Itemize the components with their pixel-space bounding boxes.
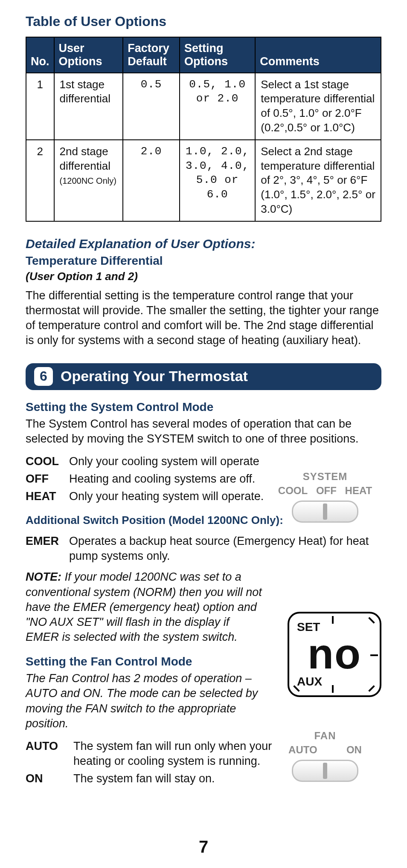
switch-label-on: ON <box>346 743 362 756</box>
cell-factory: 2.0 <box>123 140 180 221</box>
switch-label-off: OFF <box>316 484 337 497</box>
def: The system fan will stay on. <box>73 771 277 786</box>
lcd-digits: no <box>289 632 380 675</box>
note-label: NOTE: <box>26 570 61 583</box>
def: Only your cooling system will operate <box>69 454 265 469</box>
switch-label-heat: HEAT <box>345 484 372 497</box>
section-number: 6 <box>34 367 53 386</box>
list-item: EMER Operates a backup heat source (Emer… <box>26 534 381 564</box>
emer-list: EMER Operates a backup heat source (Emer… <box>26 534 381 564</box>
list-item: HEAT Only your heating system will opera… <box>26 489 265 504</box>
user-options-title: Table of User Options <box>26 13 381 31</box>
system-mode-heading: Setting the System Control Mode <box>26 399 381 415</box>
term: HEAT <box>26 489 62 504</box>
list-item: ON The system fan will stay on. <box>26 771 277 786</box>
switch-slider-icon <box>292 760 358 782</box>
temp-diff-body: The differential setting is the temperat… <box>26 288 381 348</box>
term: ON <box>26 771 67 786</box>
cell-comments: Select a 2nd stage temperature different… <box>255 140 381 221</box>
temp-diff-subnote: (User Option 1 and 2) <box>26 269 381 284</box>
switch-labels: COOL OFF HEAT <box>274 484 376 497</box>
cell-settings: 1.0, 2.0, 3.0, 4.0, 5.0 or 6.0 <box>180 140 255 221</box>
cell-settings: 0.5, 1.0 or 2.0 <box>180 73 255 140</box>
table-row: 1 1st stage differential 0.5 0.5, 1.0 or… <box>26 73 381 140</box>
th-factory: Factory Default <box>123 37 180 73</box>
th-comments: Comments <box>255 37 381 73</box>
system-mode-list: COOL Only your cooling system will opera… <box>26 454 265 504</box>
cell-comments: Select a 1st stage temperature different… <box>255 73 381 140</box>
detailed-explanation-heading: Detailed Explanation of User Options: <box>26 235 381 252</box>
switch-label-cool: COOL <box>278 484 308 497</box>
system-mode-intro: The System Control has several modes of … <box>26 417 381 446</box>
th-settings: Setting Options <box>180 37 255 73</box>
switch-labels: AUTO ON <box>274 743 376 756</box>
def: The system fan will run only when your h… <box>73 739 277 769</box>
cell-option: 2nd stage differential (1200NC Only) <box>54 140 123 221</box>
cell-option: 1st stage differential <box>54 73 123 140</box>
table-row: 2 2nd stage differential (1200NC Only) 2… <box>26 140 381 221</box>
switch-caption: FAN <box>274 729 376 742</box>
tick-icon <box>332 685 334 693</box>
term: AUTO <box>26 739 67 769</box>
fan-switch-figure: FAN AUTO ON <box>269 725 381 788</box>
def: Only your heating system will operate. <box>69 489 265 504</box>
fan-mode-intro: The Fan Control has 2 modes of operation… <box>26 671 277 731</box>
fan-mode-list: AUTO The system fan will run only when y… <box>26 739 277 786</box>
lcd-bottom-label: AUX <box>297 674 322 689</box>
opt-text: 1st stage differential <box>60 78 111 105</box>
note-text: If your model 1200NC was set to a conven… <box>26 570 262 643</box>
def: Operates a backup heat source (Emergency… <box>69 534 381 564</box>
list-item: OFF Heating and cooling systems are off. <box>26 472 265 486</box>
switch-label-auto: AUTO <box>288 743 317 756</box>
th-options: User Options <box>54 37 123 73</box>
emer-note: NOTE: If your model 1200NC was set to a … <box>26 570 265 644</box>
list-item: COOL Only your cooling system will opera… <box>26 454 265 469</box>
system-switch-figure: SYSTEM COOL OFF HEAT <box>269 466 381 529</box>
switch-slider-icon <box>292 501 358 523</box>
user-options-table: No. User Options Factory Default Setting… <box>26 37 381 222</box>
cell-factory: 0.5 <box>123 73 180 140</box>
def: Heating and cooling systems are off. <box>69 472 265 486</box>
term: EMER <box>26 534 62 564</box>
lcd-no-aux-figure: SET no AUX <box>288 612 381 697</box>
term: COOL <box>26 454 62 469</box>
th-no: No. <box>26 37 54 73</box>
tick-icon <box>370 654 378 656</box>
section-bar: 6 Operating Your Thermostat <box>26 363 381 390</box>
term: OFF <box>26 472 62 486</box>
page-number: 7 <box>0 836 407 858</box>
opt-text: 2nd stage differential <box>60 145 111 172</box>
opt-note: (1200NC Only) <box>60 176 116 185</box>
section-title: Operating Your Thermostat <box>61 367 248 385</box>
list-item: AUTO The system fan will run only when y… <box>26 739 277 769</box>
cell-no: 2 <box>26 140 54 221</box>
cell-no: 1 <box>26 73 54 140</box>
switch-caption: SYSTEM <box>274 470 376 483</box>
tick-icon <box>368 685 375 692</box>
temp-diff-heading: Temperature Differential <box>26 253 381 269</box>
tick-icon <box>332 616 334 624</box>
